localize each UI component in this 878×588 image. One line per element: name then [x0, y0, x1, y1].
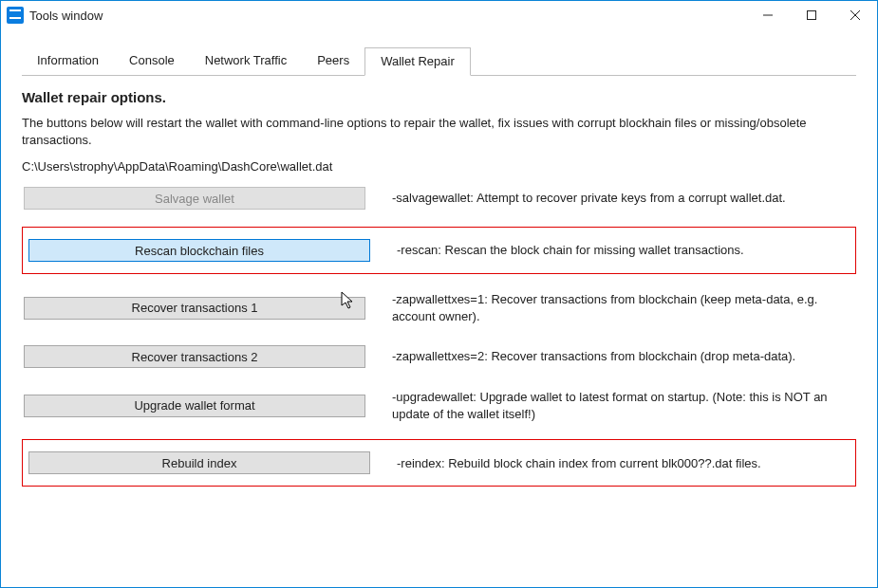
salvage-wallet-button[interactable]: Salvage wallet [24, 187, 365, 210]
upgrade-wallet-button[interactable]: Upgrade wallet format [24, 395, 365, 417]
tab-peers[interactable]: Peers [302, 47, 364, 76]
maximize-button[interactable] [790, 1, 833, 29]
rebuild-index-button[interactable]: Rebuild index [28, 451, 370, 474]
rescan-blockchain-desc: -rescan: Rescan the block chain for miss… [397, 242, 744, 259]
option-upgrade: Upgrade wallet format -upgradewallet: Up… [22, 385, 856, 426]
panel-description: The buttons below will restart the walle… [22, 115, 856, 148]
rescan-blockchain-button[interactable]: Rescan blockchain files [28, 239, 370, 262]
app-icon [7, 7, 24, 24]
tab-network-traffic[interactable]: Network Traffic [190, 47, 302, 76]
minimize-icon [763, 10, 773, 20]
recover-transactions-2-desc: -zapwallettxes=2: Recover transactions f… [392, 348, 795, 365]
recover-transactions-2-button[interactable]: Recover transactions 2 [24, 345, 365, 368]
titlebar: Tools window [1, 1, 877, 29]
tab-console[interactable]: Console [114, 47, 190, 76]
rebuild-index-desc: -reindex: Rebuild block chain index from… [397, 455, 761, 472]
option-recover2: Recover transactions 2 -zapwallettxes=2:… [22, 341, 856, 372]
recover-transactions-1-desc: -zapwallettxes=1: Recover transactions f… [392, 291, 854, 324]
option-rescan: Rescan blockchain files -rescan: Rescan … [22, 227, 856, 274]
content-area: Information Console Network Traffic Peer… [1, 29, 877, 587]
panel-heading: Wallet repair options. [22, 89, 856, 105]
wallet-repair-panel: Wallet repair options. The buttons below… [22, 76, 856, 500]
tab-information[interactable]: Information [22, 47, 114, 76]
wallet-path: C:\Users\strophy\AppData\Roaming\DashCor… [22, 159, 856, 174]
recover-transactions-1-button[interactable]: Recover transactions 1 [24, 297, 365, 320]
salvage-wallet-desc: -salvagewallet: Attempt to recover priva… [392, 190, 786, 207]
upgrade-wallet-desc: -upgradewallet: Upgrade wallet to latest… [392, 389, 854, 422]
maximize-icon [807, 10, 816, 20]
close-icon [850, 9, 861, 21]
option-recover1: Recover transactions 1 -zapwallettxes=1:… [22, 287, 856, 328]
tab-wallet-repair[interactable]: Wallet Repair [364, 47, 471, 76]
svg-rect-1 [808, 11, 816, 20]
tools-window: Tools window Information Console Network… [0, 0, 878, 588]
tabbar: Information Console Network Traffic Peer… [22, 46, 856, 76]
option-reindex: Rebuild index -reindex: Rebuild block ch… [22, 439, 856, 487]
option-salvage: Salvage wallet -salvagewallet: Attempt t… [22, 183, 856, 213]
window-title: Tools window [29, 9, 103, 23]
close-button[interactable] [833, 1, 877, 29]
window-controls [746, 1, 877, 29]
minimize-button[interactable] [746, 1, 790, 29]
